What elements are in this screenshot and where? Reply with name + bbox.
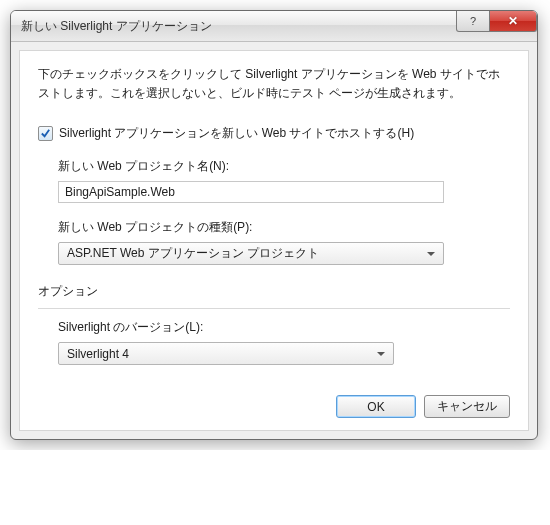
host-checkbox[interactable]	[38, 126, 53, 141]
version-label: Silverlight のバージョン(L):	[58, 319, 510, 336]
host-settings-group: 新しい Web プロジェクト名(N): 新しい Web プロジェクトの種類(P)…	[58, 158, 510, 265]
client-area: 下のチェックボックスをクリックして Silverlight アプリケーションを …	[19, 50, 529, 431]
host-checkbox-row[interactable]: Silverlight アプリケーションを新しい Web サイトでホストする(H…	[38, 125, 510, 142]
project-type-dropdown[interactable]: ASP.NET Web アプリケーション プロジェクト	[58, 242, 444, 265]
titlebar: 新しい Silverlight アプリケーション ? ✕	[11, 11, 537, 42]
check-icon	[40, 128, 51, 139]
options-group: Silverlight のバージョン(L): Silverlight 4	[58, 319, 510, 365]
version-value: Silverlight 4	[67, 347, 129, 361]
options-label: オプション	[38, 283, 510, 300]
cancel-button[interactable]: キャンセル	[424, 395, 510, 418]
chevron-down-icon	[427, 252, 435, 256]
chevron-down-icon	[377, 352, 385, 356]
help-icon: ?	[470, 15, 476, 27]
divider	[38, 308, 510, 309]
dialog-window: 新しい Silverlight アプリケーション ? ✕ 下のチェックボックスを…	[10, 10, 538, 440]
project-type-label: 新しい Web プロジェクトの種類(P):	[58, 219, 510, 236]
description-text: 下のチェックボックスをクリックして Silverlight アプリケーションを …	[38, 65, 510, 103]
host-checkbox-label: Silverlight アプリケーションを新しい Web サイトでホストする(H…	[59, 125, 414, 142]
close-button[interactable]: ✕	[490, 11, 537, 32]
version-dropdown[interactable]: Silverlight 4	[58, 342, 394, 365]
ok-button[interactable]: OK	[336, 395, 416, 418]
project-name-input[interactable]	[58, 181, 444, 203]
project-type-value: ASP.NET Web アプリケーション プロジェクト	[67, 245, 319, 262]
project-name-label: 新しい Web プロジェクト名(N):	[58, 158, 510, 175]
close-icon: ✕	[508, 14, 518, 28]
window-buttons: ? ✕	[456, 11, 537, 41]
window-title: 新しい Silverlight アプリケーション	[21, 18, 456, 35]
help-button[interactable]: ?	[456, 11, 490, 32]
button-row: OK キャンセル	[38, 395, 510, 418]
